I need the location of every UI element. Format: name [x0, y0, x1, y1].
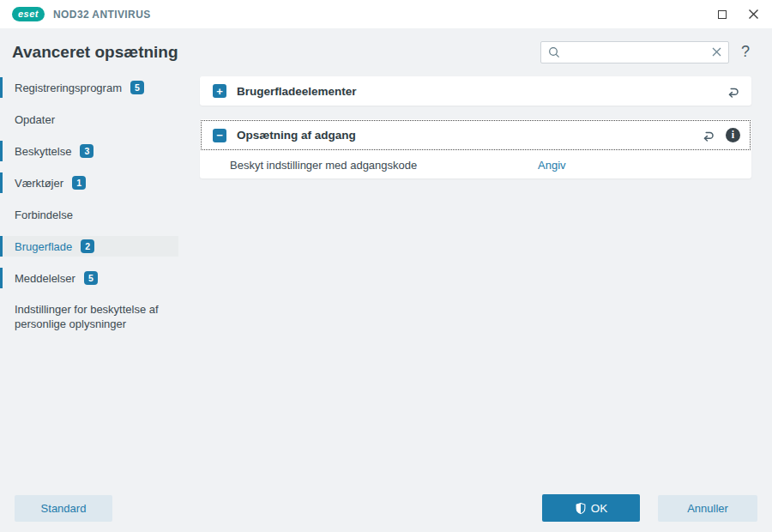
sidebar-item-label: Brugerflade — [15, 240, 72, 253]
window-title: NOD32 ANTIVIRUS — [53, 9, 151, 21]
search-icon — [548, 46, 560, 58]
count-badge: 2 — [81, 239, 94, 253]
sidebar-item-forbindelse[interactable]: Forbindelse — [0, 204, 178, 225]
header-right: ? — [540, 41, 750, 63]
sidebar-item-label: Beskyttelse — [15, 145, 71, 158]
main-content: + Brugerfladeelementer − Opsætning af ad… — [200, 76, 751, 192]
count-badge: 5 — [84, 271, 98, 285]
count-badge: 1 — [72, 176, 86, 190]
minimize-button[interactable] — [715, 8, 729, 21]
window-controls — [715, 8, 760, 21]
revert-to-default-icon[interactable] — [701, 128, 715, 142]
close-button[interactable] — [746, 8, 760, 21]
info-icon[interactable]: i — [726, 128, 740, 142]
help-icon[interactable]: ? — [741, 43, 750, 61]
sidebar: Registreringsprogram 5 Opdater Beskyttel… — [0, 76, 178, 342]
angiv-link[interactable]: Angiv — [538, 159, 566, 172]
page-title: Avanceret opsætning — [12, 43, 178, 62]
setting-label: Beskyt indstillinger med adgangskode — [230, 159, 417, 172]
sidebar-item-label: Opdater — [15, 113, 55, 126]
search-input[interactable] — [565, 46, 707, 58]
section-header-opsaetning-af-adgang[interactable]: − Opsætning af adgang i — [200, 119, 751, 151]
sidebar-item-beskyttelse[interactable]: Beskyttelse 3 — [0, 141, 178, 161]
close-icon — [748, 9, 759, 20]
standard-button[interactable]: Standard — [15, 495, 112, 522]
uac-shield-icon — [575, 502, 587, 515]
count-badge: 3 — [80, 144, 93, 158]
section-title: Opsætning af adgang — [237, 129, 356, 142]
ok-button-label: OK — [591, 502, 608, 515]
page-header: Avanceret opsætning ? — [0, 28, 772, 76]
minimize-icon — [718, 10, 727, 19]
section-brugerfladeelementer: + Brugerfladeelementer — [200, 76, 751, 106]
ok-button[interactable]: OK — [542, 494, 640, 522]
sidebar-item-opdater[interactable]: Opdater — [0, 109, 178, 130]
sidebar-item-meddelelser[interactable]: Meddelelser 5 — [0, 268, 178, 288]
expand-icon[interactable]: + — [213, 84, 226, 98]
sidebar-item-brugerflade[interactable]: Brugerflade 2 — [0, 236, 178, 257]
sidebar-item-label: Indstillinger for beskyttelse af personl… — [15, 302, 163, 331]
sidebar-item-label: Meddelelser — [15, 272, 75, 285]
search-box[interactable] — [540, 41, 729, 63]
sidebar-item-label: Forbindelse — [15, 209, 73, 221]
eset-logo: eset — [12, 7, 45, 21]
footer: Standard OK Annuller — [0, 494, 772, 522]
cancel-button[interactable]: Annuller — [658, 495, 757, 522]
sidebar-item-indstillinger-beskyttelse-personlige-oplysninger[interactable]: Indstillinger for beskyttelse af personl… — [0, 299, 178, 331]
titlebar: eset NOD32 ANTIVIRUS — [0, 0, 772, 28]
section-header-brugerfladeelementer[interactable]: + Brugerfladeelementer — [200, 76, 751, 106]
sidebar-item-label: Værktøjer — [15, 177, 63, 190]
count-badge: 5 — [130, 81, 144, 94]
clear-search-icon[interactable] — [712, 47, 721, 57]
revert-to-default-icon[interactable] — [726, 84, 740, 99]
sidebar-item-vaerktoejer[interactable]: Værktøjer 1 — [0, 172, 178, 193]
sidebar-item-label: Registreringsprogram — [15, 82, 122, 94]
section-title: Brugerfladeelementer — [237, 85, 357, 98]
section-opsaetning-af-adgang: − Opsætning af adgang i Beskyt indstilli… — [200, 119, 751, 178]
collapse-icon[interactable]: − — [213, 129, 226, 142]
setting-row-password-protect: Beskyt indstillinger med adgangskode Ang… — [200, 151, 751, 178]
sidebar-item-registreringsprogram[interactable]: Registreringsprogram 5 — [0, 77, 178, 98]
